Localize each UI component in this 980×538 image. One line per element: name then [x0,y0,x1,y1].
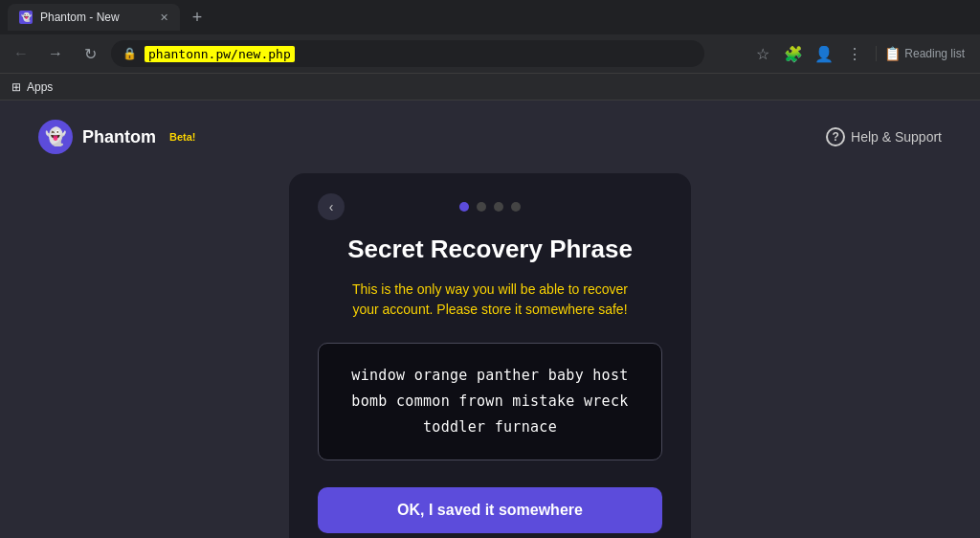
page-topbar: 👻 Phantom Beta! ? Help & Support [0,120,980,154]
card-dots: ‹ [318,202,662,212]
help-label: Help & Support [851,129,942,145]
warning-line2: your account. Please store it somewhere … [352,302,627,317]
phrase-line1: window orange panther baby host [342,363,638,389]
card-back-button[interactable]: ‹ [318,193,345,220]
reading-list-area: 📋 Reading list [876,46,972,61]
apps-label: Apps [27,80,53,94]
lock-icon: 🔒 [122,47,137,60]
nav-bar: ← → ↻ 🔒 phantonn.pw/new.php ☆ 🧩 👤 ⋮ 📋 Re… [0,34,980,73]
dot-2 [477,202,486,212]
bookmark-button[interactable]: ☆ [749,40,776,67]
phrase-line3: toddler furnace [342,415,638,440]
dot-3 [494,202,503,212]
reading-list-icon: 📋 [884,46,901,61]
help-icon: ? [826,127,845,146]
url-text: phantonn.pw/new.php [145,46,295,62]
tab-bar: 👻 Phantom - New ✕ + [0,0,980,34]
extensions-button[interactable]: 🧩 [780,40,807,67]
apps-grid-icon: ⊞ [11,80,21,94]
menu-button[interactable]: ⋮ [841,40,868,67]
recovery-card: ‹ Secret Recovery Phrase This is the onl… [289,173,691,538]
logo-area: 👻 Phantom Beta! [38,120,196,154]
profile-button[interactable]: 👤 [811,40,837,67]
help-link[interactable]: ? Help & Support [826,127,942,146]
new-tab-button[interactable]: + [184,4,211,31]
back-button[interactable]: ← [8,40,34,67]
reload-button[interactable]: ↻ [77,40,103,67]
logo-name: Phantom [82,127,156,147]
dot-4 [511,202,521,212]
nav-actions: ☆ 🧩 👤 ⋮ [749,40,868,67]
phantom-logo-icon: 👻 [38,120,73,154]
active-tab[interactable]: 👻 Phantom - New ✕ [8,4,180,31]
warning-line1: This is the only way you will be able to… [352,281,628,297]
page-content: 👻 Phantom Beta! ? Help & Support ‹ Secre… [0,101,980,538]
forward-button[interactable]: → [42,40,69,67]
card-warning: This is the only way you will be able to… [352,280,628,320]
ok-saved-button[interactable]: OK, I saved it somewhere [318,487,662,533]
reading-list-label: Reading list [904,47,965,60]
apps-link[interactable]: ⊞ Apps [11,80,53,94]
tab-favicon: 👻 [19,11,33,24]
card-title: Secret Recovery Phrase [347,235,633,264]
address-bar[interactable]: 🔒 phantonn.pw/new.php [111,40,704,67]
dot-1 [459,202,469,212]
tab-close[interactable]: ✕ [160,11,168,24]
phrase-line2: bomb common frown mistake wreck [342,389,638,415]
tab-title: Phantom - New [40,11,120,24]
bookmarks-bar: ⊞ Apps [0,73,980,100]
beta-badge: Beta! [169,131,196,143]
browser-chrome: 👻 Phantom - New ✕ + ← → ↻ 🔒 phantonn.pw/… [0,0,980,101]
phrase-box: window orange panther baby host bomb com… [318,343,662,460]
